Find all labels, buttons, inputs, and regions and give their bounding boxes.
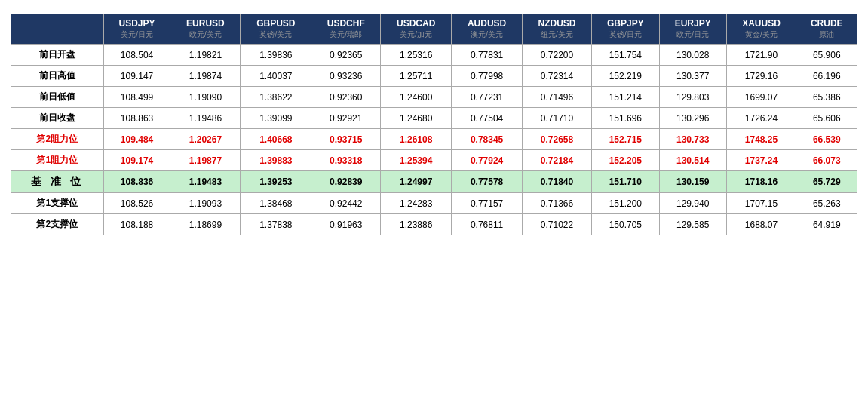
row-label-1: 前日高值 [11, 66, 104, 87]
cell-1-3: 0.93236 [311, 66, 381, 87]
cell-5-0: 109.174 [103, 150, 170, 171]
cell-8-1: 1.18699 [170, 214, 241, 235]
cell-7-9: 1707.15 [726, 193, 796, 214]
cell-2-9: 1699.07 [726, 87, 796, 108]
cell-6-5: 0.77578 [452, 171, 523, 193]
cell-7-8: 129.940 [659, 193, 726, 214]
table-row-2: 前日低值108.4991.190901.386220.923601.246000… [11, 87, 857, 108]
header-EURUSD: EURUSD欧元/美元 [170, 14, 241, 45]
table-row-5: 第1阻力位109.1741.198771.398830.933181.25394… [11, 150, 857, 171]
cell-4-10: 66.539 [796, 129, 857, 150]
cell-3-3: 0.92921 [311, 108, 381, 129]
header-EURJPY: EURJPY欧元/日元 [659, 14, 726, 45]
data-table: USDJPY美元/日元EURUSD欧元/美元GBPUSD英镑/美元USDCHF美… [11, 14, 857, 235]
cell-0-3: 0.92365 [311, 45, 381, 66]
row-label-3: 前日收盘 [11, 108, 104, 129]
cell-6-8: 130.159 [659, 171, 726, 193]
cell-4-8: 130.733 [659, 129, 726, 150]
cell-7-6: 0.71366 [523, 193, 592, 214]
cell-6-0: 108.836 [103, 171, 170, 193]
table-row-8: 第2支撑位108.1881.186991.378380.919631.23886… [11, 214, 857, 235]
cell-1-6: 0.72314 [523, 66, 592, 87]
row-label-5: 第1阻力位 [11, 150, 104, 171]
cell-1-8: 130.377 [659, 66, 726, 87]
cell-3-6: 0.71710 [523, 108, 592, 129]
header-USDJPY: USDJPY美元/日元 [103, 14, 170, 45]
cell-3-1: 1.19486 [170, 108, 241, 129]
cell-4-4: 1.26108 [381, 129, 452, 150]
cell-6-2: 1.39253 [241, 171, 311, 193]
cell-4-1: 1.20267 [170, 129, 241, 150]
row-label-2: 前日低值 [11, 87, 104, 108]
cell-1-5: 0.77998 [452, 66, 523, 87]
row-label-8: 第2支撑位 [11, 214, 104, 235]
header-USDCAD: USDCAD美元/加元 [381, 14, 452, 45]
cell-1-4: 1.25711 [381, 66, 452, 87]
cell-8-2: 1.37838 [241, 214, 311, 235]
header-NZDUSD: NZDUSD纽元/美元 [523, 14, 592, 45]
cell-4-9: 1748.25 [726, 129, 796, 150]
table-row-1: 前日高值109.1471.198741.400370.932361.257110… [11, 66, 857, 87]
cell-5-8: 130.514 [659, 150, 726, 171]
cell-5-3: 0.93318 [311, 150, 381, 171]
cell-2-5: 0.77231 [452, 87, 523, 108]
cell-8-5: 0.76811 [452, 214, 523, 235]
cell-2-0: 108.499 [103, 87, 170, 108]
cell-3-0: 108.863 [103, 108, 170, 129]
cell-1-0: 109.147 [103, 66, 170, 87]
cell-8-0: 108.188 [103, 214, 170, 235]
cell-5-10: 66.073 [796, 150, 857, 171]
cell-3-7: 151.696 [591, 108, 659, 129]
cell-0-7: 151.754 [591, 45, 659, 66]
cell-5-1: 1.19877 [170, 150, 241, 171]
cell-7-0: 108.526 [103, 193, 170, 214]
cell-8-7: 150.705 [591, 214, 659, 235]
cell-8-4: 1.23886 [381, 214, 452, 235]
cell-6-10: 65.729 [796, 171, 857, 193]
cell-5-4: 1.25394 [381, 150, 452, 171]
cell-0-5: 0.77831 [452, 45, 523, 66]
cell-0-6: 0.72200 [523, 45, 592, 66]
cell-2-6: 0.71496 [523, 87, 592, 108]
cell-6-1: 1.19483 [170, 171, 241, 193]
table-row-4: 第2阻力位109.4841.202671.406680.937151.26108… [11, 129, 857, 150]
cell-4-2: 1.40668 [241, 129, 311, 150]
header-AUDUSD: AUDUSD澳元/美元 [452, 14, 523, 45]
cell-1-2: 1.40037 [241, 66, 311, 87]
header-GBPUSD: GBPUSD英镑/美元 [241, 14, 311, 45]
cell-6-9: 1718.16 [726, 171, 796, 193]
table-row-3: 前日收盘108.8631.194861.390990.929211.246800… [11, 108, 857, 129]
cell-2-10: 65.386 [796, 87, 857, 108]
col-label-header [11, 14, 104, 45]
cell-0-10: 65.906 [796, 45, 857, 66]
cell-4-5: 0.78345 [452, 129, 523, 150]
cell-3-5: 0.77504 [452, 108, 523, 129]
cell-5-7: 152.205 [591, 150, 659, 171]
cell-3-2: 1.39099 [241, 108, 311, 129]
table-row-6: 基 准 位108.8361.194831.392530.928391.24997… [11, 171, 857, 193]
cell-2-8: 129.803 [659, 87, 726, 108]
cell-7-7: 151.200 [591, 193, 659, 214]
header-USDCHF: USDCHF美元/瑞郎 [311, 14, 381, 45]
cell-3-9: 1726.24 [726, 108, 796, 129]
cell-6-4: 1.24997 [381, 171, 452, 193]
table-row-7: 第1支撑位108.5261.190931.384680.924421.24283… [11, 193, 857, 214]
header-GBPJPY: GBPJPY英镑/日元 [591, 14, 659, 45]
cell-5-6: 0.72184 [523, 150, 592, 171]
cell-3-4: 1.24680 [381, 108, 452, 129]
table-row-0: 前日开盘108.5041.198211.398360.923651.253160… [11, 45, 857, 66]
cell-8-9: 1688.07 [726, 214, 796, 235]
cell-7-3: 0.92442 [311, 193, 381, 214]
row-label-4: 第2阻力位 [11, 129, 104, 150]
cell-7-1: 1.19093 [170, 193, 241, 214]
cell-4-3: 0.93715 [311, 129, 381, 150]
cell-0-8: 130.028 [659, 45, 726, 66]
cell-5-9: 1737.24 [726, 150, 796, 171]
cell-8-8: 129.585 [659, 214, 726, 235]
header-XAUUSD: XAUUSD黄金/美元 [726, 14, 796, 45]
cell-8-10: 64.919 [796, 214, 857, 235]
cell-2-7: 151.214 [591, 87, 659, 108]
cell-4-7: 152.715 [591, 129, 659, 150]
cell-2-2: 1.38622 [241, 87, 311, 108]
cell-1-9: 1729.16 [726, 66, 796, 87]
